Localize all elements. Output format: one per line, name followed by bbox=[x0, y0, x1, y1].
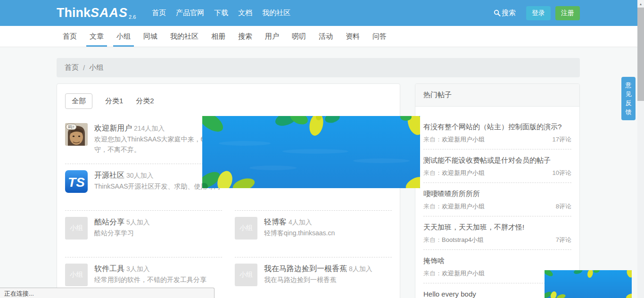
group-avatar-placeholder[interactable]: 小组 bbox=[235, 217, 257, 240]
post-from-label: 来自： bbox=[423, 269, 442, 278]
tab-category-1[interactable]: 分类1 bbox=[105, 97, 123, 106]
post-source-group[interactable]: 欢迎新用户小组 bbox=[442, 169, 485, 177]
post-from-label: 来自： bbox=[423, 135, 442, 144]
group-list-item[interactable]: 吗? 欢迎新用户214人加入 欢迎您加入ThinkSAAS大家庭中来，6年来如 … bbox=[65, 123, 222, 164]
subnav-item-qa[interactable]: 问答 bbox=[366, 26, 393, 47]
group-member-count: 4人加入 bbox=[289, 218, 312, 226]
svg-text:吗?: 吗? bbox=[68, 125, 74, 129]
post-from-label: 来自： bbox=[423, 202, 442, 211]
leaf-banner-image-small bbox=[545, 270, 632, 298]
subnav-item-city[interactable]: 同城 bbox=[137, 26, 164, 47]
group-list-item[interactable]: 小组 酷站分享5人加入 酷站分享学习 bbox=[65, 217, 222, 257]
vertical-scrollbar[interactable]: ▲ bbox=[637, 0, 644, 298]
leaf-banner-image-large bbox=[202, 116, 420, 188]
brand-logo[interactable]: ThinkSAAS2.6 bbox=[57, 6, 136, 20]
group-list-item[interactable]: TS 开源社区30人加入 ThinkSAAS开源社区开发、求助、使用等内 bbox=[65, 170, 222, 211]
group-category-tabs: 全部 分类1 分类2 bbox=[65, 93, 392, 109]
hot-post-item[interactable]: 测试能不能设收费帖或是什对会员的帖子 来自：欢迎新用户小组 10评论 bbox=[423, 155, 571, 183]
page: ThinkSAAS2.6 首页 产品官网 下载 文档 我的社区 搜索 登录 注册… bbox=[0, 0, 644, 298]
group-member-count: 3人加入 bbox=[126, 265, 150, 273]
post-comment-count: 7评论 bbox=[556, 236, 571, 244]
post-title[interactable]: 有没有整个网站的（站主）控制面版的演示? bbox=[423, 122, 571, 132]
post-comment-count: 17评论 bbox=[553, 135, 571, 144]
group-list-item[interactable]: 小组 我在马路边捡到一根香蕉8人加入 我在马路边捡到一根香蕉 bbox=[235, 264, 392, 298]
ts-logo-image: TS bbox=[65, 170, 88, 193]
group-title[interactable]: 欢迎新用户 bbox=[94, 124, 132, 132]
login-button[interactable]: 登录 bbox=[526, 6, 551, 20]
group-member-count: 5人加入 bbox=[126, 218, 150, 226]
post-source-group[interactable]: 欢迎新用户小组 bbox=[442, 269, 485, 278]
post-from-label: 来自： bbox=[423, 236, 442, 244]
feedback-button[interactable]: 意 见 反 馈 bbox=[621, 77, 636, 120]
group-description: 我在马路边捡到一根香蕉 bbox=[264, 275, 392, 284]
topnav-item-product-site[interactable]: 产品官网 bbox=[176, 8, 204, 17]
secondary-nav: 首页 文章 小组 同城 我的社区 相册 搜索 用户 唠叨 活动 资料 问答 bbox=[0, 26, 644, 47]
post-comment-count: 10评论 bbox=[553, 169, 571, 177]
subnav-item-users[interactable]: 用户 bbox=[259, 26, 285, 47]
tab-all[interactable]: 全部 bbox=[65, 93, 92, 109]
divider bbox=[423, 216, 571, 216]
search-icon bbox=[494, 9, 501, 17]
group-member-count: 30人加入 bbox=[126, 172, 154, 179]
subnav-item-events[interactable]: 活动 bbox=[313, 26, 339, 47]
group-description: 酷站分享学习 bbox=[94, 229, 222, 238]
subnav-item-search[interactable]: 搜索 bbox=[232, 26, 258, 47]
svg-text:TS: TS bbox=[68, 175, 85, 190]
search-button[interactable]: 搜索 bbox=[494, 8, 516, 17]
breadcrumb-home[interactable]: 首页 bbox=[65, 63, 79, 72]
divider bbox=[423, 149, 571, 149]
hot-posts-panel: 热门帖子 有没有整个网站的（站主）控制面版的演示? 来自：欢迎新用户小组 17评… bbox=[415, 83, 580, 298]
group-title[interactable]: 开源社区 bbox=[94, 171, 124, 179]
top-navbar: ThinkSAAS2.6 首页 产品官网 下载 文档 我的社区 搜索 登录 注册 bbox=[0, 0, 644, 26]
group-avatar-placeholder[interactable]: 小组 bbox=[65, 264, 88, 286]
breadcrumb-separator: / bbox=[83, 64, 85, 72]
group-avatar-placeholder[interactable]: 小组 bbox=[65, 217, 88, 240]
scrollbar-thumb[interactable] bbox=[637, 8, 644, 101]
scrollbar-up-arrow-icon[interactable]: ▲ bbox=[637, 0, 644, 8]
subnav-item-chatter[interactable]: 唠叨 bbox=[286, 26, 312, 47]
group-title[interactable]: 我在马路边捡到一根香蕉 bbox=[264, 265, 347, 273]
topnav-item-download[interactable]: 下载 bbox=[214, 8, 228, 17]
subnav-item-my-community[interactable]: 我的社区 bbox=[164, 26, 205, 47]
post-comment-count: 8评论 bbox=[556, 202, 571, 211]
post-title[interactable]: 测试能不能设收费帖或是什对会员的帖子 bbox=[423, 155, 571, 165]
breadcrumb-current: 小组 bbox=[89, 63, 103, 72]
group-title[interactable]: 软件工具 bbox=[94, 265, 124, 273]
group-description: 轻博客qing.thinksaas.cn bbox=[264, 229, 392, 238]
topnav-item-home[interactable]: 首页 bbox=[152, 8, 166, 17]
hot-post-item[interactable]: 天天加班，天天加班，不胖才怪! 来自：Bootstrap4小组 7评论 bbox=[423, 222, 571, 250]
topnav-links: 首页 产品官网 下载 文档 我的社区 bbox=[152, 8, 300, 17]
subnav-item-home[interactable]: 首页 bbox=[57, 26, 83, 47]
post-title[interactable]: 啛啛喳喳所所所所 bbox=[423, 189, 571, 199]
group-list-item[interactable]: 小组 轻博客4人加入 轻博客qing.thinksaas.cn bbox=[235, 217, 392, 257]
register-button[interactable]: 注册 bbox=[555, 6, 580, 20]
brand-version: 2.6 bbox=[129, 14, 136, 20]
post-source-group[interactable]: 欢迎新用户小组 bbox=[442, 135, 485, 144]
hot-post-item[interactable]: 啛啛喳喳所所所所 来自：欢迎新用户小组 8评论 bbox=[423, 189, 571, 216]
group-avatar-placeholder[interactable]: 小组 bbox=[235, 264, 257, 286]
group-avatar-meme[interactable]: 吗? bbox=[65, 123, 88, 146]
breadcrumb: 首页 / 小组 bbox=[57, 58, 580, 77]
browser-status-bar: 正在连接... bbox=[0, 288, 215, 298]
group-avatar-ts-logo[interactable]: TS bbox=[65, 170, 88, 193]
meme-face-image: 吗? bbox=[65, 123, 88, 146]
post-from-label: 来自： bbox=[423, 169, 442, 177]
subnav-item-articles[interactable]: 文章 bbox=[83, 26, 110, 47]
hot-post-item[interactable]: 有没有整个网站的（站主）控制面版的演示? 来自：欢迎新用户小组 17评论 bbox=[423, 122, 571, 149]
divider bbox=[423, 182, 571, 183]
subnav-item-resources[interactable]: 资料 bbox=[339, 26, 366, 47]
post-source-group[interactable]: 欢迎新用户小组 bbox=[442, 202, 485, 211]
hot-posts-title: 热门帖子 bbox=[415, 84, 579, 107]
topnav-item-docs[interactable]: 文档 bbox=[238, 8, 252, 17]
post-title[interactable]: 天天加班，天天加班，不胖才怪! bbox=[423, 222, 571, 232]
group-member-count: 8人加入 bbox=[349, 265, 372, 273]
subnav-item-albums[interactable]: 相册 bbox=[205, 26, 231, 47]
group-title[interactable]: 酷站分享 bbox=[94, 218, 124, 226]
post-source-group[interactable]: Bootstrap4小组 bbox=[442, 236, 484, 244]
group-description: 经常用到的软件，不错的开发工具分享 bbox=[94, 275, 222, 284]
topnav-item-my-community[interactable]: 我的社区 bbox=[262, 8, 290, 17]
post-title[interactable]: 掩饰啥 bbox=[423, 256, 571, 265]
group-title[interactable]: 轻博客 bbox=[264, 218, 287, 226]
subnav-item-groups[interactable]: 小组 bbox=[110, 26, 137, 47]
tab-category-2[interactable]: 分类2 bbox=[136, 97, 154, 106]
